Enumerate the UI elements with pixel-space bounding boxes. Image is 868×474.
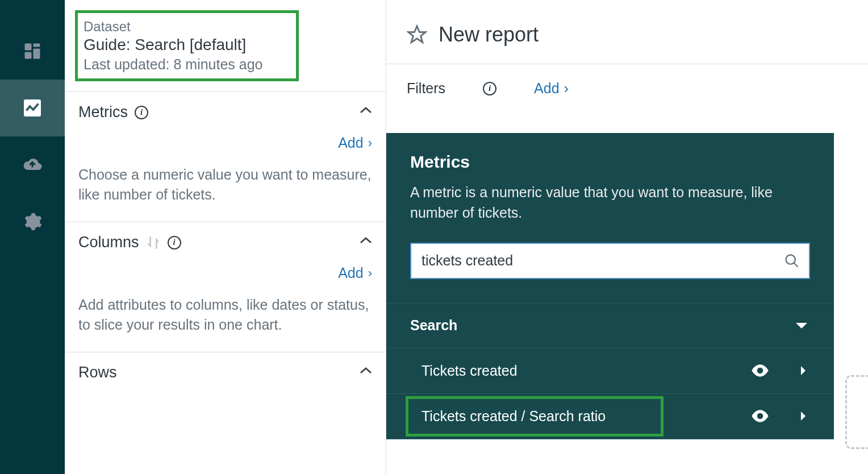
info-icon[interactable]: i (483, 82, 496, 95)
svg-rect-0 (25, 44, 32, 51)
metric-label: Tickets created / Search ratio (422, 408, 606, 425)
columns-header[interactable]: Columns i (78, 234, 372, 251)
metrics-add-button[interactable]: Add › (78, 135, 372, 151)
config-panel: Dataset Guide: Search [default] Last upd… (65, 0, 386, 474)
eye-icon[interactable] (751, 410, 769, 422)
filters-label: Filters (407, 80, 445, 97)
chevron-up-icon[interactable] (360, 106, 372, 119)
svg-rect-1 (34, 44, 40, 47)
info-icon[interactable]: i (135, 106, 148, 119)
dataset-updated: Last updated: 8 minutes ago (84, 56, 286, 73)
star-icon[interactable] (407, 24, 427, 45)
chevron-right-icon (796, 409, 810, 423)
chevron-right-icon: › (368, 136, 372, 151)
svg-rect-2 (34, 49, 40, 59)
rows-title: Rows (78, 364, 117, 381)
popover-title: Metrics (386, 152, 834, 172)
rows-section: Rows (65, 352, 386, 398)
info-icon[interactable]: i (168, 236, 181, 250)
result-group-label: Search (410, 317, 457, 334)
metrics-search-input[interactable] (410, 243, 810, 279)
chevron-down-icon (793, 317, 810, 334)
columns-section: Columns i Add › Add attributes to column… (65, 222, 386, 352)
nav-reports[interactable] (0, 80, 65, 136)
nav-settings[interactable] (0, 193, 65, 250)
svg-point-6 (786, 255, 795, 264)
columns-title: Columns (78, 234, 139, 251)
search-icon (784, 253, 800, 269)
chart-icon (22, 98, 43, 118)
swap-icon[interactable] (146, 235, 161, 250)
dashboard-icon (22, 41, 43, 61)
eye-icon[interactable] (751, 364, 769, 377)
dataset-label: Dataset (84, 19, 286, 35)
nav-dashboard[interactable] (0, 23, 65, 80)
chevron-up-icon[interactable] (360, 236, 372, 249)
dataset-selector[interactable]: Dataset Guide: Search [default] Last upd… (75, 10, 299, 81)
metrics-header[interactable]: Metrics i (78, 103, 372, 121)
dataset-name: Guide: Search [default] (84, 36, 286, 54)
metric-option-tickets-created[interactable]: Tickets created (386, 348, 834, 394)
cloud-upload-icon (22, 155, 43, 175)
svg-rect-3 (25, 52, 32, 59)
filters-row: Filters i Add › (386, 64, 868, 113)
metrics-section: Metrics i Add › Choose a numeric value y… (65, 92, 386, 222)
popover-desc: A metric is a numeric value that you wan… (386, 172, 834, 223)
svg-line-7 (794, 263, 798, 267)
nav-upload[interactable] (0, 136, 65, 193)
columns-add-button[interactable]: Add › (78, 265, 372, 281)
main-panel: New report Filters i Add › Metrics A met… (386, 0, 868, 474)
metrics-desc: Choose a numeric value you want to measu… (78, 165, 372, 205)
chevron-right-icon: › (564, 80, 569, 97)
metrics-popover: Metrics A metric is a numeric value that… (386, 133, 834, 439)
drop-area[interactable] (845, 375, 868, 449)
metric-label: Tickets created (422, 363, 518, 379)
gear-icon (22, 211, 43, 232)
chevron-right-icon: › (368, 266, 372, 281)
chevron-up-icon[interactable] (360, 367, 372, 379)
chevron-right-icon (796, 364, 810, 377)
sidebar-nav (0, 0, 65, 474)
result-group-search[interactable]: Search (386, 303, 834, 348)
rows-header[interactable]: Rows (78, 364, 372, 381)
report-title: New report (439, 23, 539, 47)
metrics-title: Metrics (78, 103, 128, 121)
metric-option-tickets-created-search-ratio[interactable]: Tickets created / Search ratio (386, 394, 834, 439)
columns-desc: Add attributes to columns, like dates or… (78, 295, 372, 335)
filters-add-button[interactable]: Add › (534, 80, 569, 97)
metrics-search (410, 243, 810, 279)
report-header: New report (386, 0, 868, 64)
svg-marker-5 (408, 26, 425, 43)
